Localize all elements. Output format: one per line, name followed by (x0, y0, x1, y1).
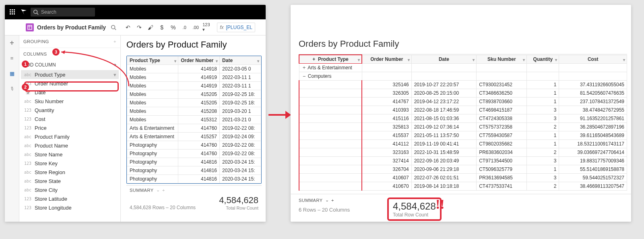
table-row[interactable]: 4155372021-05-11 13:57:50CT7559430587139… (299, 131, 627, 140)
cell[interactable]: CT9300231452 (477, 81, 527, 89)
cell[interactable]: 415257 (178, 133, 220, 141)
cell[interactable]: 2022-08-18 17:46:59 (411, 106, 477, 114)
add-summary-icon[interactable]: + (162, 188, 165, 193)
cell[interactable]: 2022-07-26 02:01:51 (411, 174, 477, 182)
table-row[interactable]: 4106702019-08-14 10:18:18CT4737533741238… (299, 182, 627, 191)
table-row[interactable]: 3231632022-10-31 15:48:59PR6383602034239… (299, 148, 627, 157)
grouping-header[interactable]: GROUPING + (19, 35, 120, 48)
chevron-down-icon[interactable]: ▾ (114, 72, 116, 78)
cell[interactable]: CT7559430587 (477, 131, 527, 140)
cell[interactable]: 39.036697247706414 (559, 148, 627, 157)
redo-icon[interactable]: ↷ (135, 23, 144, 32)
cell[interactable]: 1 (527, 165, 559, 174)
cell[interactable]: Photography (127, 141, 178, 150)
cell[interactable]: 415116 (362, 114, 411, 123)
columns-header[interactable]: COLUMNS (19, 48, 120, 60)
cell[interactable]: 410607 (362, 174, 411, 182)
cell[interactable]: Photography (127, 166, 178, 175)
cell[interactable]: Mobiles (127, 99, 178, 107)
cell[interactable]: 414767 (362, 98, 411, 106)
cell[interactable]: CT5757372358 (477, 123, 527, 131)
cell[interactable]: CT5096325779 (477, 165, 527, 174)
column-item[interactable]: abcStore City (21, 185, 119, 194)
cell[interactable]: 38.4748427672955 (559, 106, 627, 114)
cell[interactable]: CT3486636250 (477, 89, 527, 98)
add-column-row[interactable]: ADD COLUMN + (19, 60, 120, 70)
list-view-icon[interactable]: ≡ (8, 54, 16, 62)
cell[interactable]: 2020-08-25 20:15:00 (411, 89, 477, 98)
cell[interactable]: Mobiles (127, 90, 178, 99)
formula-bar[interactable]: fx [PLUGS_EL (217, 23, 255, 32)
column-item[interactable]: 123Store Key (21, 159, 119, 168)
column-item[interactable]: 123Cost (21, 114, 119, 123)
cell[interactable]: 414760 (178, 141, 220, 150)
add-summary-icon[interactable]: + (331, 198, 334, 203)
cell[interactable]: 2021-03-21 0 (220, 116, 261, 124)
cell[interactable]: Arts & Entertainment (127, 124, 178, 133)
cell[interactable]: 2022-03-11 1 (220, 82, 261, 90)
cell[interactable]: 415208 (178, 107, 220, 116)
cell[interactable]: 2022-03-11 1 (220, 73, 261, 82)
table-row[interactable]: 4147672019-04-12 23:17:22CT8938703660123… (299, 98, 627, 106)
cell[interactable]: 3 (527, 114, 559, 123)
cell[interactable]: 2019-08-14 10:18:18 (411, 182, 477, 191)
table-row[interactable]: 4151162021-08-15 01:03:36CT4724305338391… (299, 114, 627, 123)
cell[interactable]: 2021-09-12 07:36:14 (411, 123, 477, 131)
cell[interactable]: 414816 (178, 175, 220, 183)
table-row[interactable]: Mobiles4152052019-02-25 18: (127, 99, 261, 107)
add-column-icon[interactable]: + (114, 62, 116, 68)
table-row[interactable]: Arts & Entertainment4147602019-02-22 08: (127, 124, 261, 133)
table-row[interactable]: Mobiles4153122021-03-21 0 (127, 116, 261, 124)
cell[interactable]: CT4724305338 (477, 114, 527, 123)
column-item[interactable]: abcProduct Name (21, 141, 119, 150)
add-grouping-icon[interactable]: + (114, 39, 116, 44)
cell[interactable]: 415312 (178, 116, 220, 124)
table-row[interactable]: 3267042020-09-06 21:29:18CT5096325779155… (299, 165, 627, 174)
cell[interactable]: 323163 (362, 148, 411, 157)
cell[interactable]: 2 (527, 123, 559, 131)
cell[interactable]: 414816 (178, 158, 220, 166)
cell[interactable]: 326305 (362, 89, 411, 98)
cell[interactable]: 2019-10-27 22:20:57 (411, 81, 477, 89)
cell[interactable]: Photography (127, 158, 178, 166)
cell[interactable]: 2021-05-11 13:57:50 (411, 131, 477, 140)
cell[interactable]: 414816 (178, 166, 220, 175)
column-item[interactable]: 123Quantity (21, 106, 119, 114)
cell[interactable]: 414760 (178, 124, 220, 133)
cell[interactable]: 1 (527, 81, 559, 89)
column-header[interactable]: Order Number▾ (178, 56, 220, 65)
cell[interactable]: 36.28504672897196 (559, 123, 627, 131)
cell[interactable]: 410393 (362, 106, 411, 114)
global-search[interactable]: Search (31, 8, 95, 17)
inc-decimals-icon[interactable]: .00 (191, 23, 200, 32)
column-item[interactable]: abcProduct Type▾ (21, 70, 119, 79)
cell[interactable]: 326704 (362, 165, 411, 174)
cell[interactable]: 1 (527, 89, 559, 98)
column-header[interactable]: Product Type▾ (127, 56, 178, 65)
cell[interactable]: CT4737533741 (477, 182, 527, 191)
data-grid-right[interactable]: + Product Type▾Order Number▾Date▾Sku Num… (299, 54, 627, 191)
table-row[interactable]: 3258132021-09-12 07:36:14CT5757372358236… (299, 123, 627, 131)
cell[interactable]: 2 (527, 182, 559, 191)
cell[interactable]: 2019-03-20 1 (220, 107, 261, 116)
cell[interactable]: 2019-02-22 08: (220, 150, 261, 158)
cell[interactable]: CT9713544500 (477, 157, 527, 165)
dec-decimals-icon[interactable]: .0 (180, 23, 189, 32)
cell[interactable]: Mobiles (127, 82, 178, 90)
cell[interactable]: 38.46698113207547 (559, 182, 627, 191)
chevron-down-icon[interactable]: ⌄ (325, 197, 329, 203)
group-cell[interactable]: − Computers (299, 72, 362, 81)
cell[interactable]: 2020-03-24 15: (220, 166, 261, 175)
numberformat-icon[interactable]: 123 ▾ (202, 23, 211, 32)
cell[interactable]: 2022-03-05 0 (220, 65, 261, 73)
cell[interactable]: 2019-02-24 09: (220, 133, 261, 141)
cell[interactable]: 415537 (362, 131, 411, 140)
cell[interactable]: CT9802035682 (477, 140, 527, 148)
table-row[interactable]: Photography4147602019-02-22 08: (127, 141, 261, 150)
cell[interactable]: 19.88317757009346 (559, 157, 627, 165)
cell[interactable]: 3 (527, 106, 559, 114)
cell[interactable]: 2019-04-12 23:17:22 (411, 98, 477, 106)
cell[interactable]: 414919 (178, 73, 220, 82)
cell[interactable]: 414112 (362, 140, 411, 148)
table-row[interactable]: 3263052020-08-25 20:15:00CT3486636250181… (299, 89, 627, 98)
